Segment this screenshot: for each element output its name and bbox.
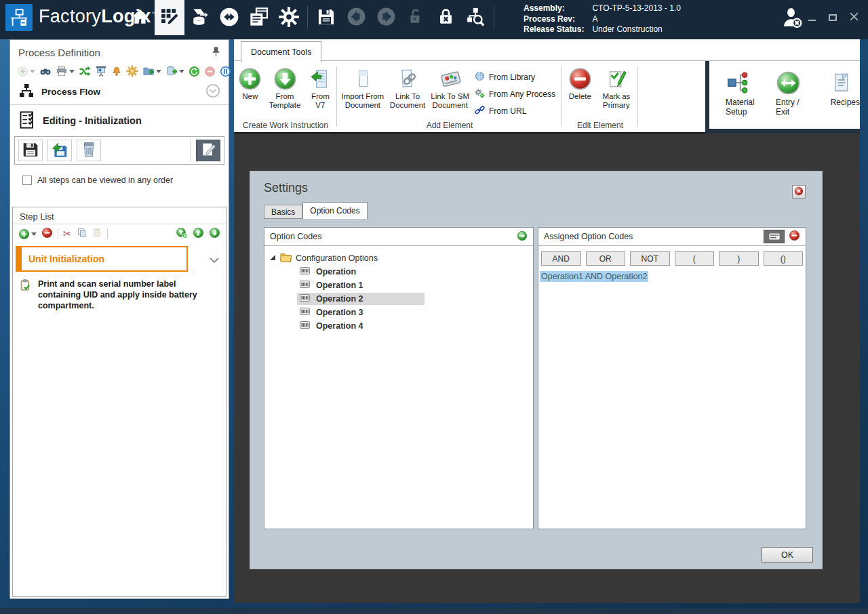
tab-option-codes[interactable]: Option Codes <box>302 202 367 219</box>
group-label: Edit Element <box>562 121 638 130</box>
link-to-document-button[interactable]: Link To Document <box>388 65 428 110</box>
edit-instruction-button[interactable] <box>196 140 220 161</box>
delete-element-button[interactable]: Delete <box>565 65 595 101</box>
gear-yellow-icon[interactable] <box>126 65 138 77</box>
minimize-icon <box>808 20 816 21</box>
print-icon[interactable] <box>56 65 75 77</box>
operator-parens-button[interactable]: () <box>764 251 804 266</box>
from-template-button[interactable]: From Template <box>265 65 304 110</box>
feeders-button[interactable] <box>184 0 214 35</box>
view-order-checkbox-row: All steps can be viewed in any order <box>22 176 229 185</box>
import-from-document-button[interactable]: Import From Document <box>340 65 386 110</box>
material-setup-button[interactable]: Material Setup <box>726 68 760 129</box>
operator-or-button[interactable]: OR <box>586 251 626 266</box>
reorder-icon[interactable] <box>79 65 91 77</box>
maximize-button[interactable] <box>828 13 837 22</box>
operator-and-button[interactable]: AND <box>541 251 581 266</box>
expander-icon[interactable] <box>270 253 276 263</box>
selected-step-label: Unit Initialization <box>28 253 104 264</box>
from-library-item[interactable]: From Library <box>474 70 555 84</box>
work-instructions-button[interactable] <box>155 0 184 35</box>
step-description: Print and scan serial number label conta… <box>38 279 216 311</box>
lock-close-button[interactable] <box>431 0 460 35</box>
option-code-icon <box>300 308 310 317</box>
user-button[interactable] <box>780 5 804 32</box>
minimize-button[interactable] <box>807 13 816 22</box>
from-url-item[interactable]: From URL <box>474 104 555 118</box>
step-row-unit-initialization[interactable]: Unit Initialization <box>13 246 226 272</box>
documents-button[interactable] <box>244 0 274 35</box>
group-create-work-instruction: New From Template From V7 Create Work In… <box>234 61 337 132</box>
save-button[interactable] <box>311 0 341 35</box>
import-bucket-icon[interactable] <box>165 65 184 77</box>
paste-icon[interactable] <box>92 227 102 241</box>
link-to-sm-document-button[interactable]: Link To SM Document <box>429 65 471 110</box>
refresh-icon[interactable] <box>189 66 200 77</box>
from-v7-button[interactable]: From V7 <box>307 65 334 110</box>
tree-item[interactable]: Operation <box>270 265 533 279</box>
tab-basics[interactable]: Basics <box>264 205 302 219</box>
documents-icon <box>248 6 270 30</box>
assign-option-button[interactable] <box>517 230 528 243</box>
from-any-process-item[interactable]: From Any Process <box>474 87 555 101</box>
titlebar-separator <box>494 6 494 29</box>
expression-editor-button[interactable] <box>764 230 785 243</box>
tab-document-tools[interactable]: Document Tools <box>241 41 321 62</box>
recipes-button[interactable]: Recipes <box>831 68 860 129</box>
editing-toolbar <box>14 136 224 165</box>
home-button[interactable] <box>125 0 155 35</box>
option-code-icon <box>300 281 310 290</box>
move-down-icon[interactable] <box>209 227 220 241</box>
tree-item[interactable]: Operation 3 <box>270 306 533 319</box>
expression-area[interactable]: Operation1 AND Operation2 <box>540 272 804 281</box>
save-step-button[interactable] <box>18 140 43 161</box>
link-to-document-icon <box>397 65 418 92</box>
pin-icon[interactable] <box>212 46 220 59</box>
find-icon[interactable] <box>39 65 52 77</box>
entry-exit-button[interactable]: Entry / Exit <box>776 68 814 129</box>
new-button[interactable]: New <box>237 65 263 101</box>
add-step-icon[interactable] <box>18 228 37 240</box>
pause-icon[interactable] <box>220 66 231 77</box>
tree-root-row[interactable]: Configuration Options <box>270 251 533 265</box>
titlebar-separator <box>307 6 308 29</box>
back-button[interactable] <box>341 0 371 35</box>
cut-icon[interactable]: ✂ <box>63 228 72 240</box>
copy-icon[interactable] <box>77 227 87 241</box>
operator-open-paren-button[interactable]: ( <box>675 251 715 266</box>
presentation-icon[interactable] <box>95 65 107 77</box>
promote-step-icon[interactable] <box>176 227 188 241</box>
export-folder-icon[interactable] <box>142 65 161 77</box>
forward-button[interactable] <box>371 0 401 35</box>
ok-button[interactable]: OK <box>762 547 813 562</box>
move-up-icon[interactable] <box>193 227 204 241</box>
new-icon <box>238 65 262 92</box>
dialog-close-button[interactable] <box>792 185 806 199</box>
chevron-down-icon[interactable] <box>210 256 219 266</box>
bell-icon[interactable] <box>111 66 122 77</box>
process-flow-row[interactable]: Process Flow <box>10 79 229 105</box>
remove-expression-button[interactable] <box>789 230 800 243</box>
expand-collapse-icon[interactable] <box>205 83 220 100</box>
delete-step-button[interactable] <box>77 140 101 161</box>
window-bottom-edge <box>0 608 868 614</box>
operator-not-button[interactable]: NOT <box>630 251 670 266</box>
tree-item-selected[interactable]: Operation 2 <box>270 292 533 306</box>
transfer-button[interactable] <box>214 0 244 35</box>
remove-step-icon[interactable] <box>41 227 53 241</box>
process-search-button[interactable] <box>460 0 490 35</box>
import-template-button[interactable] <box>47 140 72 161</box>
operator-close-paren-button[interactable]: ) <box>719 251 759 266</box>
maximize-icon <box>829 14 837 21</box>
settings-gear-button[interactable] <box>274 0 304 35</box>
add-process-icon[interactable] <box>17 66 35 77</box>
tree-item[interactable]: Operation 1 <box>270 279 533 292</box>
unlock-button[interactable] <box>401 0 431 35</box>
tree-item[interactable]: Operation 4 <box>270 319 533 333</box>
close-button[interactable] <box>849 13 859 22</box>
group-label: Create Work Instruction <box>234 121 337 130</box>
view-order-checkbox[interactable] <box>22 176 32 185</box>
remove-disabled-icon[interactable] <box>204 66 216 77</box>
folder-icon <box>280 253 292 264</box>
mark-as-primary-button[interactable]: Mark as Primary <box>597 65 635 110</box>
